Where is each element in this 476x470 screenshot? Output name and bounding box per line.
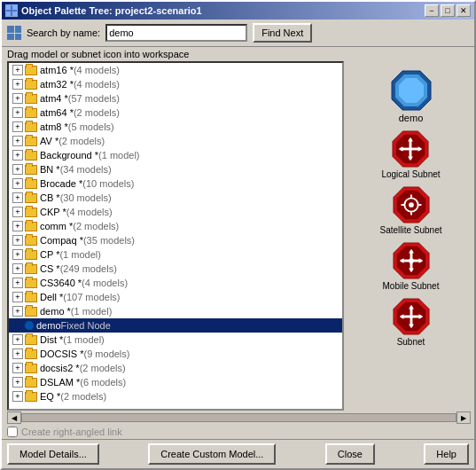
tree-item[interactable]: +atm16 * (4 models) bbox=[9, 63, 342, 77]
expand-icon[interactable]: + bbox=[12, 377, 23, 388]
expand-icon[interactable]: + bbox=[12, 249, 23, 260]
create-custom-model-button[interactable]: Create Custom Model... bbox=[148, 443, 276, 465]
expand-icon[interactable]: + bbox=[12, 278, 23, 288]
tree-item[interactable]: +atm8 * (5 models) bbox=[9, 120, 342, 134]
tree-item-count: (4 models) bbox=[82, 278, 128, 288]
folder-icon bbox=[25, 378, 37, 388]
right-angle-checkbox[interactable] bbox=[7, 427, 18, 437]
tree-item-label: BN * bbox=[40, 164, 60, 175]
expand-icon[interactable]: + bbox=[12, 363, 23, 373]
search-input[interactable] bbox=[105, 24, 247, 42]
close-title-button[interactable]: ✕ bbox=[456, 4, 471, 17]
expand-icon[interactable]: + bbox=[12, 65, 23, 75]
tree-item-count: (1 model) bbox=[71, 306, 112, 317]
grid-icon bbox=[7, 26, 21, 40]
tree-item[interactable]: +comm * (2 models) bbox=[9, 219, 342, 233]
expand-icon[interactable]: + bbox=[12, 192, 23, 203]
right-angle-check-row: Create right-angled link bbox=[2, 425, 474, 439]
search-bar: Search by name: Find Next bbox=[2, 20, 474, 47]
title-bar-left: Object Palette Tree: project2-scenario1 bbox=[5, 4, 202, 17]
h-scroll-left[interactable]: ◀ bbox=[7, 411, 21, 424]
tree-item-label: CP * bbox=[40, 249, 59, 260]
tree-item[interactable]: +AV * (2 models) bbox=[9, 134, 342, 148]
folder-icon bbox=[25, 193, 37, 203]
subnet-icon bbox=[393, 298, 430, 335]
h-scroll-right[interactable]: ▶ bbox=[456, 411, 471, 424]
expand-icon[interactable]: + bbox=[12, 221, 23, 231]
expand-icon[interactable]: + bbox=[12, 150, 23, 161]
tree-item[interactable]: +DSLAM * (6 models) bbox=[9, 375, 342, 389]
find-next-button[interactable]: Find Next bbox=[253, 23, 312, 43]
tree-item-label: CS3640 * bbox=[40, 278, 82, 288]
expand-icon[interactable]: + bbox=[12, 306, 23, 317]
tree-item-label: atm8 * bbox=[40, 121, 68, 132]
tree-item[interactable]: +docsis2 * (2 models) bbox=[9, 361, 342, 375]
content-area: +atm16 * (4 models)+atm32 * (4 models)+a… bbox=[2, 61, 474, 411]
expand-icon[interactable]: + bbox=[12, 207, 23, 217]
minimize-button[interactable]: − bbox=[425, 4, 439, 17]
tree-item[interactable]: +CS * (249 models) bbox=[9, 262, 342, 276]
device-preview: demo bbox=[389, 68, 433, 123]
tree-item-label: Dell * bbox=[40, 292, 63, 302]
tree-item[interactable]: +DOCSIS * (9 models) bbox=[9, 347, 342, 361]
mobile-subnet-label: Mobile Subnet bbox=[383, 281, 440, 291]
tree-item[interactable]: +CS3640 * (4 models) bbox=[9, 276, 342, 290]
right-angle-label: Create right-angled link bbox=[21, 427, 122, 437]
tree-item[interactable]: +Compaq * (35 models) bbox=[9, 233, 342, 247]
expand-icon[interactable]: + bbox=[12, 235, 23, 246]
right-panel: demo Logical bbox=[347, 61, 474, 411]
expand-icon[interactable]: + bbox=[12, 107, 23, 118]
tree-item-count: (2 models) bbox=[59, 136, 105, 146]
tree-item-count: (30 models) bbox=[60, 192, 112, 203]
tree-item[interactable]: +atm32 * (4 models) bbox=[9, 77, 342, 91]
expand-icon[interactable]: + bbox=[12, 334, 23, 345]
tree-item[interactable]: +demo * (1 model) bbox=[9, 304, 342, 318]
folder-icon bbox=[25, 364, 37, 373]
svg-rect-2 bbox=[6, 12, 11, 16]
expand-icon[interactable]: + bbox=[12, 164, 23, 175]
folder-icon bbox=[25, 80, 37, 90]
maximize-button[interactable]: □ bbox=[441, 4, 455, 17]
tree-item[interactable]: +BN * (34 models) bbox=[9, 162, 342, 176]
node-icon bbox=[25, 321, 34, 330]
tree-item-count: (1 model) bbox=[98, 150, 139, 161]
tree-item[interactable]: +CKP * (4 models) bbox=[9, 205, 342, 219]
expand-icon[interactable]: + bbox=[12, 263, 23, 274]
expand-icon[interactable]: + bbox=[12, 121, 23, 132]
expand-icon[interactable]: + bbox=[12, 93, 23, 104]
h-scroll-track[interactable] bbox=[21, 413, 456, 422]
folder-icon bbox=[25, 137, 37, 146]
tree-item[interactable]: +CB * (30 models) bbox=[9, 191, 342, 205]
expand-icon[interactable]: + bbox=[12, 136, 23, 146]
expand-icon[interactable]: + bbox=[12, 292, 23, 302]
tree-item-count: (107 models) bbox=[63, 292, 120, 302]
tree-item[interactable]: demo Fixed Node bbox=[9, 318, 342, 333]
tree-item-label: demo bbox=[36, 320, 61, 331]
folder-icon bbox=[25, 179, 37, 189]
tree-item-count: (9 models) bbox=[84, 349, 130, 359]
logical-subnet-item: Logical Subnet bbox=[381, 130, 440, 179]
tree-item[interactable]: +atm64 * (2 models) bbox=[9, 106, 342, 120]
close-button[interactable]: Close bbox=[325, 443, 375, 465]
tree-item-count: (10 models) bbox=[82, 178, 134, 189]
tree-item[interactable]: +CP * (1 model) bbox=[9, 247, 342, 262]
expand-icon[interactable]: + bbox=[12, 391, 23, 402]
help-button[interactable]: Help bbox=[424, 443, 469, 465]
folder-icon bbox=[25, 151, 37, 161]
tree-panel[interactable]: +atm16 * (4 models)+atm32 * (4 models)+a… bbox=[7, 61, 344, 411]
tree-item[interactable]: +Brocade * (10 models) bbox=[9, 176, 342, 191]
svg-point-31 bbox=[409, 258, 414, 263]
tree-item[interactable]: +atm4 * (57 models) bbox=[9, 91, 342, 106]
tree-item[interactable]: +Dist * (1 model) bbox=[9, 333, 342, 347]
tree-item[interactable]: +EQ * (2 models) bbox=[9, 389, 342, 403]
expand-icon[interactable]: + bbox=[12, 79, 23, 90]
expand-icon[interactable]: + bbox=[12, 178, 23, 189]
expand-icon[interactable]: + bbox=[12, 349, 23, 359]
tree-item[interactable]: +Dell * (107 models) bbox=[9, 290, 342, 304]
mobile-subnet-svg bbox=[393, 241, 430, 280]
tree-item[interactable]: +Background * (1 model) bbox=[9, 148, 342, 162]
model-details-button[interactable]: Model Details... bbox=[7, 443, 99, 465]
tree-item-count: (2 models) bbox=[74, 107, 120, 118]
tree-item-count: (5 models) bbox=[68, 121, 114, 132]
tree-item-count: Fixed Node bbox=[61, 320, 111, 331]
